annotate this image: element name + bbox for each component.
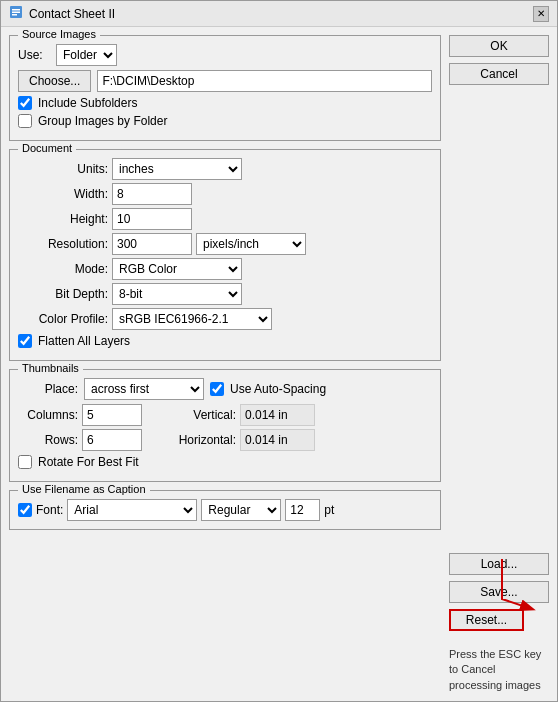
font-select[interactable]: Arial <box>67 499 197 521</box>
svg-rect-2 <box>12 12 20 14</box>
rotate-checkbox[interactable] <box>18 455 32 469</box>
right-panel: OK Cancel Load... Save... Reset... Pr <box>449 35 549 693</box>
use-label: Use: <box>18 48 50 62</box>
rows-label: Rows: <box>18 433 78 447</box>
path-input[interactable] <box>97 70 432 92</box>
title-bar: Contact Sheet II ✕ <box>1 1 557 27</box>
auto-spacing-checkbox[interactable] <box>210 382 224 396</box>
main-content: Source Images Use: Folder Choose... <box>1 27 557 701</box>
color-profile-select[interactable]: sRGB IEC61966-2.1 <box>112 308 272 330</box>
reset-button[interactable]: Reset... <box>449 609 524 631</box>
width-input[interactable] <box>112 183 192 205</box>
group-images-checkbox[interactable] <box>18 114 32 128</box>
color-profile-label: Color Profile: <box>18 312 108 326</box>
cancel-button[interactable]: Cancel <box>449 63 549 85</box>
window-title: Contact Sheet II <box>29 7 115 21</box>
window-icon <box>9 5 23 22</box>
flatten-checkbox[interactable] <box>18 334 32 348</box>
resolution-input[interactable] <box>112 233 192 255</box>
font-label: Font: <box>36 503 63 517</box>
svg-rect-1 <box>12 9 20 11</box>
source-images-label: Source Images <box>18 28 100 40</box>
load-button[interactable]: Load... <box>449 553 549 575</box>
vertical-label: Vertical: <box>156 408 236 422</box>
auto-spacing-label: Use Auto-Spacing <box>230 382 326 396</box>
mode-label: Mode: <box>18 262 108 276</box>
horizontal-input[interactable] <box>240 429 315 451</box>
vertical-input[interactable] <box>240 404 315 426</box>
document-group: Document Units: inches Width: <box>9 149 441 361</box>
group-images-label: Group Images by Folder <box>38 114 167 128</box>
caption-checkbox[interactable] <box>18 503 32 517</box>
columns-input[interactable] <box>82 404 142 426</box>
height-input[interactable] <box>112 208 192 230</box>
caption-group: Use Filename as Caption Font: Arial Regu… <box>9 490 441 530</box>
size-unit: pt <box>324 503 334 517</box>
use-select[interactable]: Folder <box>56 44 117 66</box>
document-label: Document <box>18 142 76 154</box>
height-label: Height: <box>18 212 108 226</box>
horizontal-label: Horizontal: <box>156 433 236 447</box>
close-button[interactable]: ✕ <box>533 6 549 22</box>
size-input[interactable] <box>285 499 320 521</box>
main-window: Contact Sheet II ✕ Source Images Use: Fo… <box>0 0 558 702</box>
rows-input[interactable] <box>82 429 142 451</box>
mode-select[interactable]: RGB Color <box>112 258 242 280</box>
bit-depth-select[interactable]: 8-bit <box>112 283 242 305</box>
choose-button[interactable]: Choose... <box>18 70 91 92</box>
units-select[interactable]: inches <box>112 158 242 180</box>
units-label: Units: <box>18 162 108 176</box>
resolution-unit-select[interactable]: pixels/inch <box>196 233 306 255</box>
flatten-label: Flatten All Layers <box>38 334 130 348</box>
resolution-label: Resolution: <box>18 237 108 251</box>
include-subfolders-checkbox[interactable] <box>18 96 32 110</box>
ok-button[interactable]: OK <box>449 35 549 57</box>
bit-depth-label: Bit Depth: <box>18 287 108 301</box>
include-subfolders-label: Include Subfolders <box>38 96 137 110</box>
place-label: Place: <box>18 382 78 396</box>
style-select[interactable]: Regular <box>201 499 281 521</box>
save-button[interactable]: Save... <box>449 581 549 603</box>
thumbnails-label: Thumbnails <box>18 362 83 374</box>
columns-label: Columns: <box>18 408 78 422</box>
thumbnails-group: Thumbnails Place: across first Use Auto-… <box>9 369 441 482</box>
left-panel: Source Images Use: Folder Choose... <box>9 35 441 693</box>
width-label: Width: <box>18 187 108 201</box>
svg-rect-3 <box>12 14 17 16</box>
caption-label: Use Filename as Caption <box>18 483 150 495</box>
press-esc-text: Press the ESC key to Cancel processing i… <box>449 648 541 691</box>
place-select[interactable]: across first <box>84 378 204 400</box>
source-images-group: Source Images Use: Folder Choose... <box>9 35 441 141</box>
rotate-label: Rotate For Best Fit <box>38 455 139 469</box>
